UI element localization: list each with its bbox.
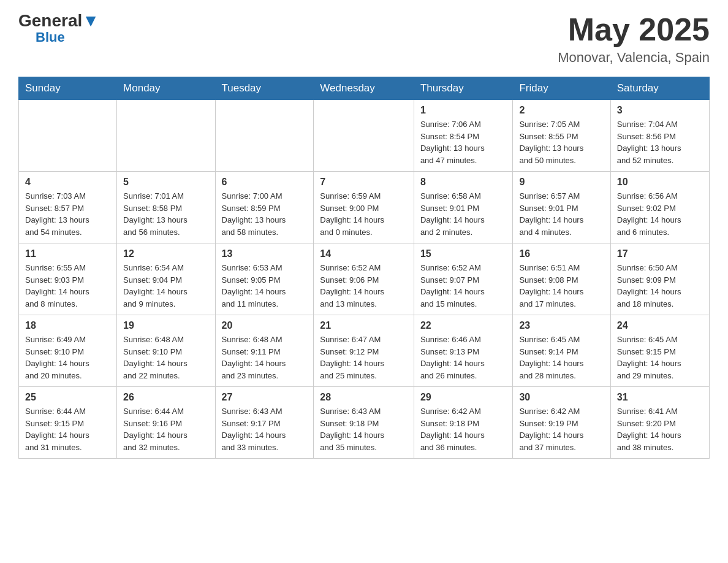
day-number: 14	[320, 248, 408, 259]
title-section: May 2025 Monovar, Valencia, Spain	[558, 12, 710, 66]
calendar-day-cell: 26Sunrise: 6:44 AM Sunset: 9:16 PM Dayli…	[117, 387, 215, 459]
header-thursday: Thursday	[414, 77, 513, 100]
day-info: Sunrise: 7:03 AM Sunset: 8:57 PM Dayligh…	[25, 190, 110, 238]
day-number: 20	[222, 320, 308, 331]
day-number: 31	[617, 392, 703, 403]
day-number: 21	[320, 320, 408, 331]
day-number: 23	[519, 320, 604, 331]
calendar-day-cell: 29Sunrise: 6:42 AM Sunset: 9:18 PM Dayli…	[414, 387, 513, 459]
day-info: Sunrise: 6:45 AM Sunset: 9:15 PM Dayligh…	[617, 334, 703, 381]
header-saturday: Saturday	[610, 77, 709, 100]
calendar-day-cell: 31Sunrise: 6:41 AM Sunset: 9:20 PM Dayli…	[610, 387, 709, 459]
day-info: Sunrise: 6:45 AM Sunset: 9:14 PM Dayligh…	[519, 334, 604, 381]
calendar-day-cell: 27Sunrise: 6:43 AM Sunset: 9:17 PM Dayli…	[215, 387, 314, 459]
day-number: 7	[320, 177, 408, 188]
day-info: Sunrise: 6:48 AM Sunset: 9:10 PM Dayligh…	[123, 334, 208, 381]
day-number: 18	[25, 320, 110, 331]
day-info: Sunrise: 7:05 AM Sunset: 8:55 PM Dayligh…	[519, 118, 604, 166]
calendar-day-cell: 5Sunrise: 7:01 AM Sunset: 8:58 PM Daylig…	[117, 172, 215, 243]
day-number: 26	[123, 392, 208, 403]
logo-top: General▼	[18, 12, 99, 29]
day-info: Sunrise: 6:59 AM Sunset: 9:00 PM Dayligh…	[320, 190, 408, 238]
header-tuesday: Tuesday	[215, 77, 314, 100]
calendar-day-cell: 12Sunrise: 6:54 AM Sunset: 9:04 PM Dayli…	[117, 243, 215, 315]
day-number: 5	[123, 177, 208, 188]
calendar-day-cell: 19Sunrise: 6:48 AM Sunset: 9:10 PM Dayli…	[117, 315, 215, 387]
day-info: Sunrise: 6:41 AM Sunset: 9:20 PM Dayligh…	[617, 405, 703, 453]
day-number: 29	[420, 392, 507, 403]
calendar-day-cell: 9Sunrise: 6:57 AM Sunset: 9:01 PM Daylig…	[513, 172, 610, 243]
day-number: 27	[222, 392, 308, 403]
calendar-day-cell: 20Sunrise: 6:48 AM Sunset: 9:11 PM Dayli…	[215, 315, 314, 387]
day-number: 22	[420, 320, 507, 331]
day-info: Sunrise: 6:44 AM Sunset: 9:16 PM Dayligh…	[123, 405, 208, 453]
day-info: Sunrise: 6:53 AM Sunset: 9:05 PM Dayligh…	[222, 262, 308, 310]
calendar-day-cell: 13Sunrise: 6:53 AM Sunset: 9:05 PM Dayli…	[215, 243, 314, 315]
month-year-title: May 2025	[558, 12, 710, 47]
page-header: General▼ Blue May 2025 Monovar, Valencia…	[18, 12, 710, 66]
header-friday: Friday	[513, 77, 610, 100]
day-number: 8	[420, 177, 507, 188]
header-wednesday: Wednesday	[314, 77, 414, 100]
day-number: 3	[617, 105, 703, 116]
calendar-day-cell: 24Sunrise: 6:45 AM Sunset: 9:15 PM Dayli…	[610, 315, 709, 387]
day-info: Sunrise: 6:44 AM Sunset: 9:15 PM Dayligh…	[25, 405, 110, 453]
day-info: Sunrise: 6:48 AM Sunset: 9:11 PM Dayligh…	[222, 334, 308, 381]
calendar-header-row: Sunday Monday Tuesday Wednesday Thursday…	[19, 77, 710, 100]
calendar-day-cell: 16Sunrise: 6:51 AM Sunset: 9:08 PM Dayli…	[513, 243, 610, 315]
logo: General▼ Blue	[18, 12, 99, 45]
day-info: Sunrise: 7:04 AM Sunset: 8:56 PM Dayligh…	[617, 118, 703, 166]
calendar-week-row: 25Sunrise: 6:44 AM Sunset: 9:15 PM Dayli…	[19, 387, 710, 459]
calendar-week-row: 4Sunrise: 7:03 AM Sunset: 8:57 PM Daylig…	[19, 172, 710, 243]
day-number: 16	[519, 248, 604, 259]
calendar-day-cell: 8Sunrise: 6:58 AM Sunset: 9:01 PM Daylig…	[414, 172, 513, 243]
day-number: 19	[123, 320, 208, 331]
day-info: Sunrise: 6:55 AM Sunset: 9:03 PM Dayligh…	[25, 262, 110, 310]
day-info: Sunrise: 6:54 AM Sunset: 9:04 PM Dayligh…	[123, 262, 208, 310]
day-info: Sunrise: 7:00 AM Sunset: 8:59 PM Dayligh…	[222, 190, 308, 238]
calendar-week-row: 18Sunrise: 6:49 AM Sunset: 9:10 PM Dayli…	[19, 315, 710, 387]
calendar-day-cell: 21Sunrise: 6:47 AM Sunset: 9:12 PM Dayli…	[314, 315, 414, 387]
day-number: 1	[420, 105, 507, 116]
day-info: Sunrise: 6:51 AM Sunset: 9:08 PM Dayligh…	[519, 262, 604, 310]
day-number: 9	[519, 177, 604, 188]
calendar-day-cell: 15Sunrise: 6:52 AM Sunset: 9:07 PM Dayli…	[414, 243, 513, 315]
day-info: Sunrise: 6:43 AM Sunset: 9:17 PM Dayligh…	[222, 405, 308, 453]
day-number: 15	[420, 248, 507, 259]
day-number: 12	[123, 248, 208, 259]
day-number: 10	[617, 177, 703, 188]
calendar-day-cell: 22Sunrise: 6:46 AM Sunset: 9:13 PM Dayli…	[414, 315, 513, 387]
header-sunday: Sunday	[19, 77, 117, 100]
calendar-day-cell	[314, 100, 414, 172]
day-info: Sunrise: 6:57 AM Sunset: 9:01 PM Dayligh…	[519, 190, 604, 238]
calendar-day-cell	[19, 100, 117, 172]
day-number: 4	[25, 177, 110, 188]
calendar-day-cell: 30Sunrise: 6:42 AM Sunset: 9:19 PM Dayli…	[513, 387, 610, 459]
calendar-day-cell: 2Sunrise: 7:05 AM Sunset: 8:55 PM Daylig…	[513, 100, 610, 172]
day-info: Sunrise: 6:49 AM Sunset: 9:10 PM Dayligh…	[25, 334, 110, 381]
calendar-day-cell	[215, 100, 314, 172]
calendar-day-cell: 1Sunrise: 7:06 AM Sunset: 8:54 PM Daylig…	[414, 100, 513, 172]
calendar-day-cell: 28Sunrise: 6:43 AM Sunset: 9:18 PM Dayli…	[314, 387, 414, 459]
day-info: Sunrise: 6:50 AM Sunset: 9:09 PM Dayligh…	[617, 262, 703, 310]
day-info: Sunrise: 6:56 AM Sunset: 9:02 PM Dayligh…	[617, 190, 703, 238]
calendar-week-row: 1Sunrise: 7:06 AM Sunset: 8:54 PM Daylig…	[19, 100, 710, 172]
calendar-day-cell: 17Sunrise: 6:50 AM Sunset: 9:09 PM Dayli…	[610, 243, 709, 315]
day-number: 30	[519, 392, 604, 403]
day-info: Sunrise: 6:42 AM Sunset: 9:18 PM Dayligh…	[420, 405, 507, 453]
day-number: 25	[25, 392, 110, 403]
day-number: 13	[222, 248, 308, 259]
day-info: Sunrise: 6:52 AM Sunset: 9:06 PM Dayligh…	[320, 262, 408, 310]
calendar-day-cell: 14Sunrise: 6:52 AM Sunset: 9:06 PM Dayli…	[314, 243, 414, 315]
day-number: 24	[617, 320, 703, 331]
logo-blue-text: Blue	[36, 29, 65, 45]
logo-bottom: Blue	[18, 29, 65, 45]
day-info: Sunrise: 6:46 AM Sunset: 9:13 PM Dayligh…	[420, 334, 507, 381]
logo-triangle-icon: ▼	[82, 11, 99, 30]
day-number: 6	[222, 177, 308, 188]
calendar-day-cell: 4Sunrise: 7:03 AM Sunset: 8:57 PM Daylig…	[19, 172, 117, 243]
calendar-day-cell: 7Sunrise: 6:59 AM Sunset: 9:00 PM Daylig…	[314, 172, 414, 243]
calendar-day-cell: 6Sunrise: 7:00 AM Sunset: 8:59 PM Daylig…	[215, 172, 314, 243]
day-number: 17	[617, 248, 703, 259]
day-number: 11	[25, 248, 110, 259]
